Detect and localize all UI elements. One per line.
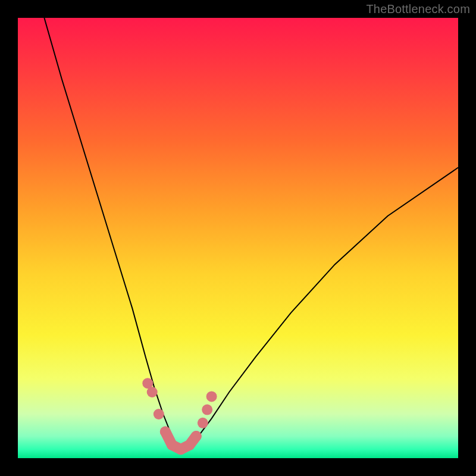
left-curve — [44, 18, 180, 449]
curve-layer — [18, 18, 458, 458]
right-curve — [181, 168, 458, 450]
marker-dot — [206, 391, 217, 402]
watermark-text: TheBottleneck.com — [366, 2, 470, 16]
chart-frame: TheBottleneck.com — [0, 0, 476, 476]
marker-dot — [160, 427, 171, 437]
marker-dot — [147, 387, 158, 397]
plot-area — [18, 18, 458, 458]
marker-dot — [191, 431, 202, 441]
marker-dot — [184, 440, 195, 450]
marker-dot — [198, 418, 208, 428]
marker-dot — [202, 405, 212, 415]
marker-dot — [154, 409, 164, 419]
